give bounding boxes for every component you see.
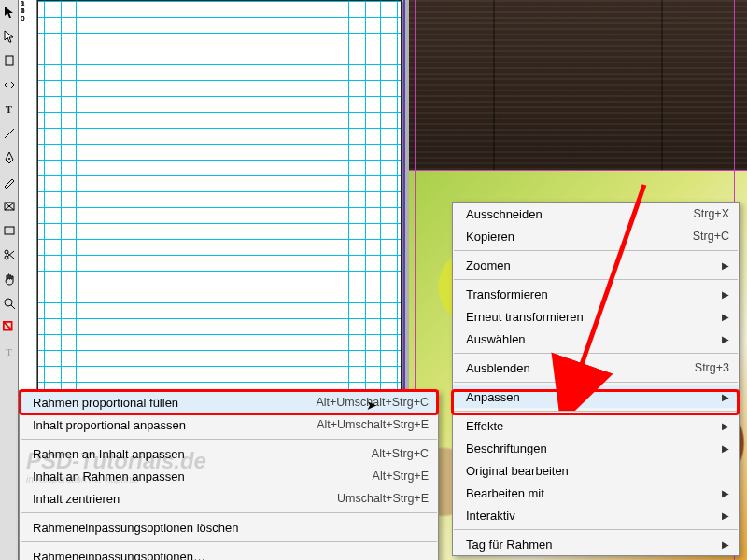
submenu-item-fitting-options[interactable]: Rahmeneinpassungsoptionen…	[20, 545, 438, 560]
page-tool-icon[interactable]	[1, 50, 18, 71]
submenu-item-fit-content-to-frame[interactable]: Inhalt an Rahmen anpassen Alt+Strg+E	[20, 465, 438, 487]
submenu-arrow-icon: ▶	[720, 511, 729, 521]
menu-separator	[21, 512, 437, 513]
context-menu[interactable]: Ausschneiden Strg+X Kopieren Strg+C Zoom…	[452, 202, 740, 556]
direct-selection-tool-icon[interactable]	[1, 26, 18, 47]
submenu-arrow-icon: ▶	[720, 488, 729, 498]
svg-point-11	[5, 299, 12, 306]
gap-tool-icon[interactable]	[1, 75, 18, 95]
type-tool-icon[interactable]: T	[1, 99, 18, 119]
pencil-tool-icon[interactable]	[1, 172, 18, 192]
menu-item-edit-with[interactable]: Bearbeiten mit ▶	[453, 482, 739, 504]
svg-line-14	[3, 322, 11, 330]
selection-tool-icon[interactable]	[1, 2, 18, 22]
pen-tool-icon[interactable]	[1, 147, 18, 168]
menu-item-effects[interactable]: Effekte ▶	[453, 414, 739, 437]
svg-line-1	[5, 129, 14, 138]
menu-item-captions[interactable]: Beschriftungen ▶	[453, 437, 739, 459]
submenu-item-fill-proportionally[interactable]: Rahmen proportional füllen Alt+Umschalt+…	[20, 391, 438, 413]
menu-separator	[454, 411, 738, 412]
scissors-tool-icon[interactable]	[1, 245, 18, 265]
rectangle-frame-tool-icon[interactable]	[1, 196, 18, 217]
menu-item-select[interactable]: Auswählen ▶	[453, 328, 739, 350]
zoom-tool-icon[interactable]	[1, 293, 18, 314]
menu-item-fitting[interactable]: Anpassen ▶	[453, 385, 739, 408]
menu-shortcut: Strg+X	[693, 207, 729, 220]
submenu-item-center-content[interactable]: Inhalt zentrieren Umschalt+Strg+E	[20, 487, 438, 510]
submenu-arrow-icon: ▶	[720, 443, 729, 454]
menu-item-tag-frame[interactable]: Tag für Rahmen ▶	[453, 533, 739, 555]
menu-separator	[454, 382, 738, 383]
submenu-item-clear-fitting[interactable]: Rahmeneinpassungsoptionen löschen	[20, 516, 438, 539]
menu-separator	[454, 279, 738, 280]
submenu-arrow-icon: ▶	[720, 539, 729, 550]
menu-item-edit-original[interactable]: Original bearbeiten	[453, 459, 739, 482]
menu-item-copy[interactable]: Kopieren Strg+C	[453, 225, 739, 247]
menu-label: Ausschneiden	[466, 207, 670, 221]
menu-separator	[454, 353, 738, 354]
menu-item-interactive[interactable]: Interaktiv ▶	[453, 504, 739, 526]
menu-separator	[454, 250, 738, 251]
menu-item-hide[interactable]: Ausblenden Strg+3	[453, 357, 739, 379]
menu-separator	[21, 439, 437, 440]
toolbox: T T	[0, 0, 19, 560]
submenu-arrow-icon: ▶	[720, 289, 729, 300]
submenu-item-fit-frame-to-content[interactable]: Rahmen an Inhalt anpassen Alt+Strg+C	[20, 442, 438, 465]
wood-texture-image[interactable]	[409, 0, 747, 170]
svg-line-12	[11, 305, 15, 309]
swap-fill-stroke-icon[interactable]	[1, 317, 18, 338]
menu-item-zoom[interactable]: Zoomen ▶	[453, 254, 739, 276]
submenu-arrow-icon: ▶	[720, 334, 729, 344]
submenu-arrow-icon: ▶	[720, 312, 729, 322]
type-icon[interactable]: T	[1, 342, 18, 362]
svg-rect-6	[5, 227, 14, 234]
hand-tool-icon[interactable]	[1, 269, 18, 289]
svg-rect-0	[6, 56, 13, 65]
submenu-arrow-icon: ▶	[720, 392, 729, 402]
menu-item-transform[interactable]: Transformieren ▶	[453, 283, 739, 305]
menu-item-transform-again[interactable]: Erneut transformieren ▶	[453, 305, 739, 328]
submenu-item-fit-content-proportionally[interactable]: Inhalt proportional anpassen Alt+Umschal…	[20, 413, 438, 436]
rectangle-tool-icon[interactable]	[1, 220, 18, 241]
line-tool-icon[interactable]	[1, 123, 18, 144]
menu-separator	[21, 541, 437, 542]
menu-item-cut[interactable]: Ausschneiden Strg+X	[453, 203, 739, 225]
submenu-arrow-icon: ▶	[720, 421, 729, 431]
margin-guide-top	[409, 170, 747, 171]
menu-separator	[454, 529, 738, 530]
svg-point-2	[8, 158, 10, 160]
submenu-arrow-icon: ▶	[720, 260, 729, 271]
submenu-fitting[interactable]: Rahmen proportional füllen Alt+Umschalt+…	[19, 390, 439, 560]
